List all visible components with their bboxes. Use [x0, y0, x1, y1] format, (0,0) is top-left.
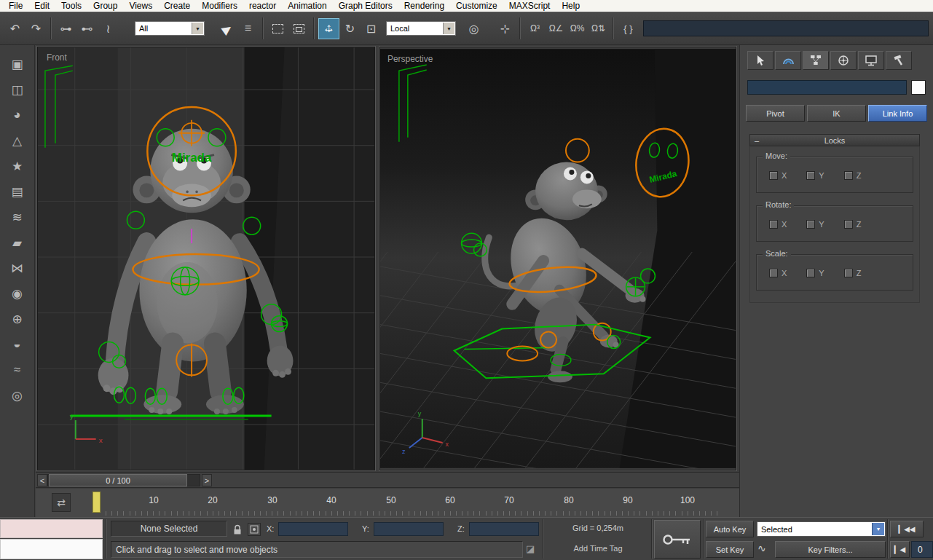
menu-create[interactable]: Create	[158, 0, 196, 12]
tab-modify-panel[interactable]	[775, 51, 801, 70]
locks-rollout-header[interactable]: – Locks	[749, 134, 920, 146]
communication-icon[interactable]: ◪	[526, 543, 535, 554]
time-slider-previous-arrow[interactable]: <	[37, 474, 47, 486]
dropdown-arrow-icon[interactable]: ▼	[443, 23, 454, 34]
reference-coordinate-system-dropdown[interactable]: Local ▼	[386, 21, 456, 36]
snap-toggle-3d-button[interactable]: Ω³	[524, 18, 546, 39]
z-coordinate-field[interactable]	[469, 522, 539, 536]
undo-button[interactable]: ↶	[4, 18, 25, 39]
menu-maxscript[interactable]: MAXScript	[503, 0, 556, 12]
soft-body-collection-button[interactable]: ◕	[4, 104, 31, 126]
edit-named-selection-sets-button[interactable]: { }	[618, 18, 639, 39]
current-frame-field[interactable]: 0	[911, 541, 933, 558]
bind-to-space-warp-button[interactable]: ≀	[98, 18, 119, 39]
perspective-viewport-label[interactable]: Perspective	[387, 54, 433, 64]
front-viewport[interactable]: Mirada y x Front	[37, 47, 375, 470]
front-viewport-label[interactable]: Front	[47, 52, 68, 63]
scale-z-checkbox[interactable]	[844, 269, 853, 277]
mini-curve-editor-toggle[interactable]: ⇄	[52, 493, 71, 512]
angle-snap-toggle-button[interactable]: Ω∠	[546, 18, 567, 39]
select-object-button[interactable]: ▶	[216, 18, 237, 39]
rotate-x-checkbox[interactable]	[769, 220, 778, 229]
key-mode-dropdown[interactable]: Selected ▼	[757, 521, 886, 537]
pivot-button[interactable]: Pivot	[746, 105, 805, 122]
motor-button[interactable]: ◉	[4, 283, 31, 304]
menu-animation[interactable]: Animation	[282, 0, 332, 12]
link-info-button[interactable]: Link Info	[868, 105, 927, 122]
menu-views[interactable]: Views	[123, 0, 158, 12]
front-viewport-canvas[interactable]: Mirada y x Front	[38, 47, 374, 470]
select-and-link-button[interactable]: ⊶	[55, 18, 76, 39]
move-x-checkbox[interactable]	[769, 171, 778, 180]
selection-lock-toggle[interactable]	[231, 523, 244, 536]
absolute-offset-mode-toggle[interactable]	[248, 523, 261, 536]
x-coordinate-field[interactable]	[278, 522, 348, 536]
perspective-viewport-canvas[interactable]: Mirada y x z Perspective	[380, 47, 736, 470]
key-filters-button[interactable]: Key Filters...	[775, 541, 886, 558]
select-and-move-button[interactable]: ↔↕	[318, 18, 339, 39]
rope-collection-button[interactable]: △	[4, 130, 31, 151]
dropdown-arrow-icon[interactable]: ▼	[192, 23, 203, 34]
move-z-checkbox[interactable]	[844, 171, 853, 180]
y-coordinate-field[interactable]	[374, 522, 444, 536]
menu-group[interactable]: Group	[87, 0, 123, 12]
go-to-start-button[interactable]: ▎◀◀	[890, 521, 924, 537]
menu-reactor[interactable]: reactor	[243, 0, 282, 12]
menu-help[interactable]: Help	[556, 0, 586, 12]
move-y-checkbox[interactable]	[806, 171, 815, 180]
rigid-body-collection-button[interactable]: ▣	[4, 53, 31, 75]
spring-button[interactable]: ≋	[4, 206, 31, 228]
fracture-button[interactable]: ◒	[4, 334, 31, 355]
key-curve-icon[interactable]: ∿	[757, 543, 766, 554]
select-and-scale-button[interactable]: ⊡	[361, 18, 382, 39]
select-and-manipulate-button[interactable]: ⊹	[495, 18, 516, 39]
tab-utilities-panel[interactable]	[886, 51, 912, 70]
ik-button[interactable]: IK	[807, 105, 866, 122]
object-name-field[interactable]	[747, 80, 907, 95]
spinner-snap-toggle-button[interactable]: Ω⇅	[588, 18, 609, 39]
tab-hierarchy-panel[interactable]	[803, 51, 829, 70]
auto-key-button[interactable]: Auto Key	[706, 521, 754, 537]
menu-customize[interactable]: Customize	[450, 0, 503, 12]
rotate-z-checkbox[interactable]	[844, 220, 853, 229]
rotate-y-checkbox[interactable]	[806, 220, 815, 229]
time-slider-thumb[interactable]: 0 / 100	[49, 474, 187, 486]
perspective-viewport[interactable]: Mirada y x z Perspective	[379, 47, 736, 470]
previous-frame-button[interactable]: ▎◀	[890, 541, 910, 558]
select-by-name-button[interactable]: ≡	[237, 18, 259, 39]
hinge-constraint-button[interactable]: ⋈	[4, 257, 31, 279]
selection-filter-dropdown[interactable]: All ▼	[135, 21, 205, 36]
constraint-solver-button[interactable]: ★	[4, 155, 31, 177]
menu-tools[interactable]: Tools	[55, 0, 87, 12]
maxscript-macro-recorder-pane[interactable]	[0, 519, 103, 538]
named-selection-set-input[interactable]	[643, 20, 929, 36]
maxscript-mini-listener-pane[interactable]	[0, 539, 103, 559]
tab-create-panel[interactable]	[747, 51, 773, 70]
water-button[interactable]: ≈	[4, 359, 31, 381]
object-color-swatch[interactable]	[911, 80, 926, 95]
unlink-selection-button[interactable]: ⊷	[76, 18, 98, 39]
dropdown-arrow-icon[interactable]: ▼	[872, 523, 884, 535]
wind-button[interactable]: ◎	[4, 384, 31, 406]
set-key-button[interactable]: Set Key	[706, 541, 754, 558]
menu-rendering[interactable]: Rendering	[398, 0, 450, 12]
percent-snap-toggle-button[interactable]: Ω%	[567, 18, 588, 39]
menu-modifiers[interactable]: Modifiers	[196, 0, 243, 12]
scale-y-checkbox[interactable]	[806, 269, 815, 277]
rectangular-selection-region-button[interactable]	[267, 18, 288, 39]
tab-motion-panel[interactable]	[830, 51, 857, 70]
time-slider-next-arrow[interactable]: >	[202, 474, 212, 486]
menu-graph-editors[interactable]: Graph Editors	[333, 0, 398, 12]
use-pivot-point-center-button[interactable]: ◎	[463, 18, 484, 39]
tab-display-panel[interactable]	[858, 51, 884, 70]
track-bar-timeline[interactable]: ⇄ 10 20 30 40 50 60 70 80 90 100	[36, 489, 739, 517]
menu-edit[interactable]: Edit	[28, 0, 55, 12]
current-frame-marker[interactable]	[92, 492, 101, 513]
set-keys-button[interactable]	[654, 520, 701, 559]
window-crossing-toggle[interactable]	[288, 18, 310, 39]
add-time-tag[interactable]: Add Time Tag	[545, 544, 651, 553]
redo-button[interactable]: ↷	[25, 18, 47, 39]
plane-tool-button[interactable]: ▰	[4, 232, 31, 253]
scale-x-checkbox[interactable]	[769, 269, 778, 277]
menu-file[interactable]: File	[3, 0, 28, 12]
